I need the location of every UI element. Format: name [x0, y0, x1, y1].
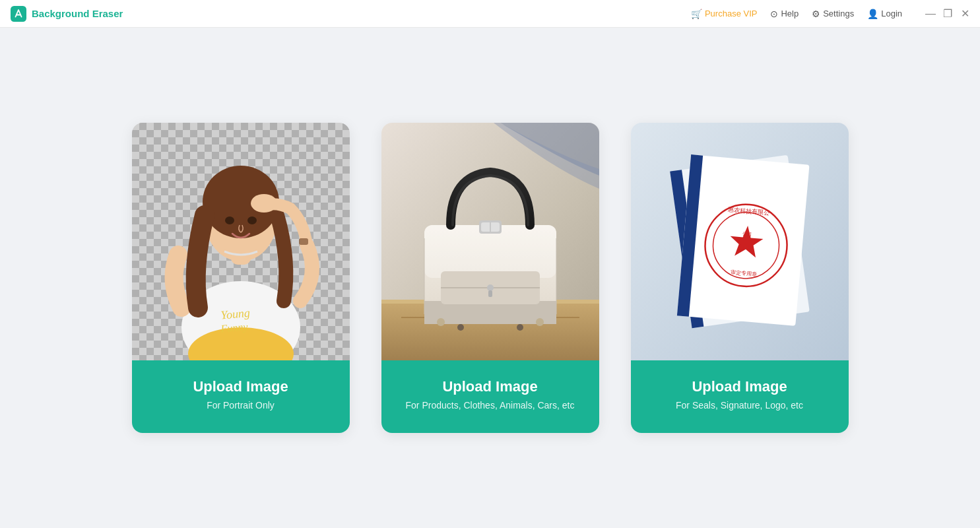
svg-point-7 — [247, 216, 257, 224]
main-content: Young Funny Upload Image For Portrait On… — [0, 28, 980, 528]
svg-text:Young: Young — [220, 306, 250, 322]
card-image-products — [381, 123, 599, 360]
card-image-portrait: Young Funny — [132, 123, 350, 360]
svg-point-22 — [487, 284, 494, 291]
svg-point-16 — [457, 324, 464, 331]
card-title-portrait: Upload Image — [193, 378, 288, 395]
card-subtitle-seals: For Seals, Signature, Logo, etc — [676, 399, 803, 412]
svg-text:公司: 公司 — [742, 231, 752, 237]
upload-card-products[interactable]: Upload Image For Products, Clothes, Anim… — [381, 123, 599, 433]
card-title-seals: Upload Image — [692, 378, 787, 395]
svg-rect-23 — [488, 290, 492, 297]
card-image-seals: 惠农科技有限公 审定专用章 公司 — [631, 123, 849, 360]
svg-rect-0 — [11, 6, 26, 22]
card-subtitle-products: For Products, Clothes, Animals, Cars, et… — [406, 399, 575, 412]
svg-point-27 — [437, 318, 445, 326]
gear-icon: ⚙ — [812, 9, 820, 19]
close-button[interactable]: ✕ — [960, 9, 969, 18]
card-subtitle-portrait: For Portrait Only — [207, 399, 275, 412]
purchase-vip-button[interactable]: 🛒 Purchase VIP — [691, 9, 758, 19]
minimize-button[interactable]: — — [926, 9, 935, 18]
titlebar-left: Background Eraser — [11, 6, 123, 22]
maximize-button[interactable]: ❐ — [943, 9, 952, 18]
card-footer-portrait: Upload Image For Portrait Only — [132, 360, 350, 433]
titlebar-right: 🛒 Purchase VIP ⊙ Help ⚙ Settings 👤 Login… — [691, 9, 969, 19]
svg-point-28 — [536, 318, 544, 326]
help-button[interactable]: ⊙ Help — [770, 9, 799, 19]
svg-point-6 — [225, 216, 234, 224]
app-logo-icon — [11, 6, 26, 22]
user-icon: 👤 — [867, 9, 878, 19]
upload-card-portrait[interactable]: Young Funny Upload Image For Portrait On… — [132, 123, 350, 433]
svg-point-8 — [251, 194, 277, 213]
cart-icon: 🛒 — [691, 9, 702, 19]
app-title: Background Eraser — [32, 8, 123, 19]
upload-card-seals[interactable]: 惠农科技有限公 审定专用章 公司 Upload Image For Seals,… — [631, 123, 849, 433]
card-title-products: Upload Image — [442, 378, 537, 395]
login-button[interactable]: 👤 Login — [867, 9, 902, 19]
card-footer-seals: Upload Image For Seals, Signature, Logo,… — [631, 360, 849, 433]
window-controls: — ❐ ✕ — [926, 9, 969, 18]
titlebar: Background Eraser 🛒 Purchase VIP ⊙ Help … — [0, 0, 980, 28]
svg-rect-11 — [299, 238, 308, 245]
svg-point-17 — [517, 324, 523, 331]
settings-button[interactable]: ⚙ Settings — [812, 9, 854, 19]
card-footer-products: Upload Image For Products, Clothes, Anim… — [381, 360, 599, 433]
help-icon: ⊙ — [770, 9, 778, 19]
